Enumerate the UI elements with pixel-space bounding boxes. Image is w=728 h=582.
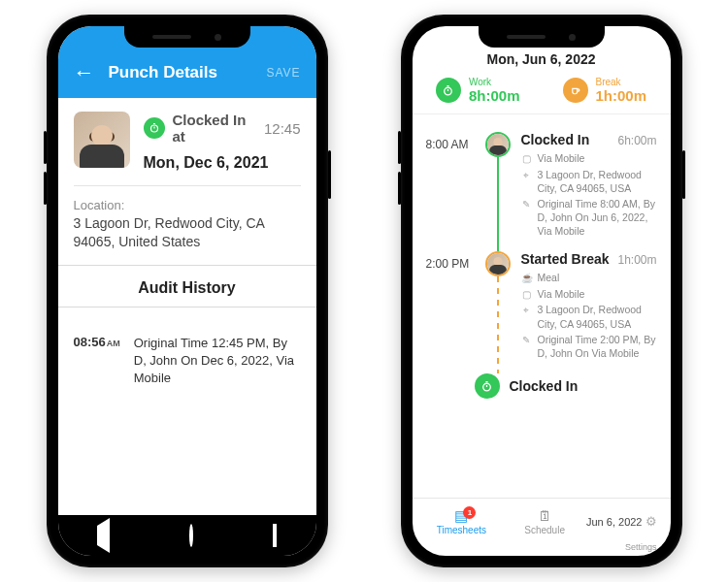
nav-timesheets[interactable]: ▤ 1 Timesheets [420, 508, 504, 535]
entry-title: Clocked In [510, 378, 579, 394]
back-arrow-icon[interactable]: ← [74, 62, 95, 83]
mobile-icon: ▢ [521, 152, 532, 166]
audit-text: Original Time 12:45 PM, By D, John On De… [134, 335, 301, 388]
timeline-entry[interactable]: 2:00 PM Started Break 1h:00m ☕Meal ▢Via … [426, 251, 657, 373]
nav-home-icon[interactable] [189, 526, 193, 546]
nav-date-selector[interactable]: Jun 6, 2022 ⚙ [586, 514, 663, 529]
break-label: Break [596, 77, 647, 87]
entry-meal: Meal [538, 271, 560, 284]
timeline-node-avatar [485, 251, 511, 276]
cup-icon: ☕ [521, 272, 532, 285]
timeline-date-title: Mon, Jun 6, 2022 [413, 51, 671, 67]
entry-location: 3 Lagoon Dr, Redwood City, CA 94065, USA [538, 168, 657, 195]
stopwatch-icon [144, 117, 165, 139]
nav-settings-label: Settings [413, 542, 671, 556]
timeline-entry-cutoff[interactable]: Clocked In [475, 373, 657, 399]
break-value: 1h:00m [596, 87, 647, 104]
location-label: Location: [74, 198, 301, 212]
pencil-icon: ✎ [521, 198, 532, 211]
break-total: Break 1h:00m [563, 77, 647, 104]
nav-schedule[interactable]: 🗓 Schedule [503, 508, 586, 535]
clocked-in-label: Clocked In at [173, 112, 254, 145]
audit-history-title: Audit History [74, 279, 301, 297]
entry-time: 2:00 PM [426, 251, 475, 373]
entry-time: 8:00 AM [426, 132, 475, 251]
page-title: Punch Details [109, 63, 253, 82]
entry-source: Via Mobile [538, 151, 585, 165]
nav-label: Timesheets [437, 525, 486, 535]
mobile-icon: ▢ [521, 288, 532, 302]
bottom-nav: ▤ 1 Timesheets 🗓 Schedule Jun 6, 2022 ⚙ [413, 498, 671, 544]
pin-icon: ⌖ [521, 304, 532, 317]
save-button[interactable]: SAVE [266, 66, 300, 80]
entry-title: Clocked In [521, 132, 590, 147]
stopwatch-icon [436, 78, 461, 103]
svg-point-1 [445, 87, 452, 95]
cup-icon [563, 78, 588, 103]
nav-date: Jun 6, 2022 [586, 516, 643, 528]
stopwatch-icon [475, 373, 500, 399]
work-total: Work 8h:00m [436, 77, 520, 104]
user-avatar [74, 112, 130, 168]
schedule-icon: 🗓 [538, 508, 552, 523]
work-label: Work [469, 77, 520, 87]
entry-original: Original Time 2:00 PM, By D, John On Via… [538, 333, 657, 360]
screen-left: ← Punch Details SAVE Clocked In at 12:45… [58, 26, 316, 556]
entry-title: Started Break [521, 251, 610, 267]
location-text: 3 Lagoon Dr, Redwood City, CA 94065, Uni… [74, 214, 301, 251]
timeline-node-avatar [485, 132, 511, 157]
entry-location: 3 Lagoon Dr, Redwood City, CA 94065, USA [538, 303, 657, 330]
entry-original: Original Time 8:00 AM, By D, John On Jun… [538, 197, 657, 239]
phone-left: ← Punch Details SAVE Clocked In at 12:45… [47, 15, 328, 567]
audit-time: 08:56AM [74, 335, 120, 388]
timeline-entry[interactable]: 8:00 AM Clocked In 6h:00m ▢Via Mobile ⌖3… [426, 132, 657, 251]
entry-duration: 6h:00m [617, 134, 656, 147]
nav-back-icon[interactable] [97, 526, 110, 546]
clocked-in-time: 12:45 [264, 120, 301, 137]
audit-entry: 08:56AM Original Time 12:45 PM, By D, Jo… [74, 321, 301, 402]
gear-icon[interactable]: ⚙ [645, 514, 657, 529]
svg-point-2 [483, 383, 491, 391]
nav-label: Schedule [524, 525, 565, 535]
notification-badge: 1 [463, 506, 476, 519]
android-nav-bar [58, 515, 316, 556]
pin-icon: ⌖ [521, 169, 532, 182]
phone-right: Mon, Jun 6, 2022 Work 8h:00m [401, 15, 682, 567]
pencil-icon: ✎ [521, 334, 532, 347]
nav-recent-icon[interactable] [273, 526, 277, 546]
screen-right: Mon, Jun 6, 2022 Work 8h:00m [413, 26, 671, 556]
entry-source: Via Mobile [538, 287, 585, 301]
entry-duration: 1h:00m [617, 253, 656, 267]
work-value: 8h:00m [469, 87, 520, 104]
punch-date: Mon, Dec 6, 2021 [144, 154, 301, 172]
